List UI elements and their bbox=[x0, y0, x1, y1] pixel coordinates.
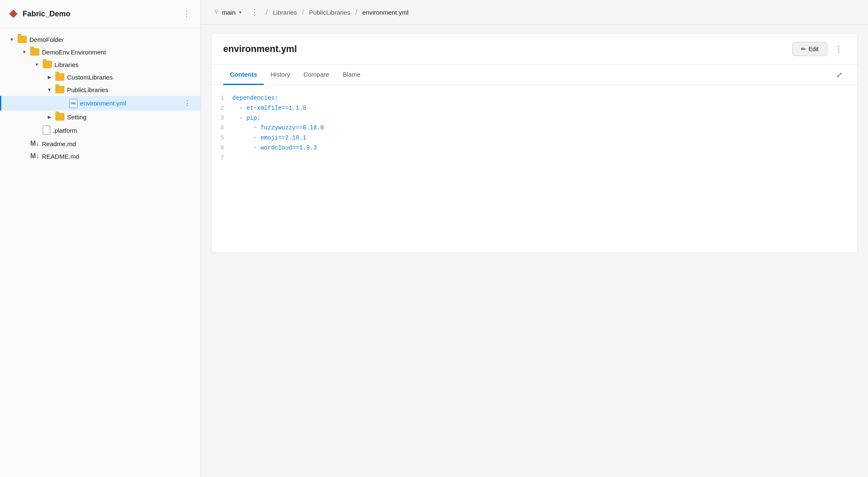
folder-icon bbox=[43, 61, 52, 68]
code-line-1: 1 dependencies: bbox=[211, 93, 858, 103]
code-line-2: 2 - et-xmlfile==1.1.0 bbox=[211, 103, 858, 113]
edit-button[interactable]: ✏ Edit bbox=[792, 42, 827, 56]
line-content: dependencies: bbox=[232, 93, 858, 103]
md-file-icon: M↓ bbox=[30, 152, 39, 160]
tree-item-environment-yml[interactable]: YML environment.yml ⋮ bbox=[0, 96, 201, 111]
code-view: 1 dependencies: 2 - et-xmlfile==1.1.0 3 … bbox=[211, 85, 858, 253]
tab-compare[interactable]: Compare bbox=[297, 65, 336, 85]
code-line-3: 3 - pip: bbox=[211, 113, 858, 124]
folder-icon bbox=[55, 86, 64, 93]
sidebar-title-area: Fabric_Demo bbox=[8, 9, 70, 19]
main-content: ⑂ main ▾ ⋮ / Libraries / PublicLibraries… bbox=[201, 0, 868, 477]
fabric-logo-icon bbox=[8, 9, 18, 19]
line-content: - et-xmlfile==1.1.0 bbox=[232, 103, 858, 113]
tab-blame[interactable]: Blame bbox=[336, 65, 367, 85]
tree-item-publiclibraries[interactable]: PublicLibraries bbox=[0, 83, 201, 96]
tree-item-label: DemoEnv.Environment bbox=[42, 49, 192, 56]
folder-icon bbox=[55, 73, 64, 81]
breadcrumb-publiclibraries[interactable]: PublicLibraries bbox=[309, 9, 350, 16]
code-line-5: 5 - emoji==2.10.1 bbox=[211, 133, 858, 143]
line-content: - wordcloud==1.9.3 bbox=[232, 143, 858, 153]
folder-icon bbox=[18, 36, 27, 43]
tree-item-label: README.md bbox=[42, 153, 192, 160]
chevron-icon bbox=[46, 74, 53, 80]
sidebar: Fabric_Demo ⋮ DemoFolder DemoEnv.Environ… bbox=[0, 0, 201, 477]
chevron-icon bbox=[8, 36, 15, 43]
line-content bbox=[232, 153, 858, 163]
code-line-6: 6 - wordcloud==1.9.3 bbox=[211, 143, 858, 153]
chevron-icon bbox=[46, 86, 53, 93]
tree-item-customlibraries[interactable]: CustomLibraries bbox=[0, 71, 201, 83]
breadcrumb-separator: / bbox=[266, 8, 268, 17]
tree-item-libraries[interactable]: Libraries bbox=[0, 58, 201, 71]
line-number: 3 bbox=[211, 113, 232, 124]
file-title: environment.yml bbox=[223, 44, 297, 54]
tree-item-setting[interactable]: Setting bbox=[0, 111, 201, 123]
branch-icon: ⑂ bbox=[214, 8, 219, 16]
yml-file-icon: YML bbox=[69, 99, 77, 108]
tree-item-more-icon[interactable]: ⋮ bbox=[182, 98, 192, 108]
tree-item-label: PublicLibraries bbox=[67, 86, 192, 93]
chevron-icon bbox=[33, 61, 40, 68]
svg-marker-0 bbox=[9, 10, 18, 18]
tree-item-label: Setting bbox=[67, 113, 192, 121]
breadcrumb-libraries[interactable]: Libraries bbox=[273, 9, 297, 16]
edit-label: Edit bbox=[809, 46, 819, 52]
tree-item-label: CustomLibraries bbox=[67, 74, 192, 81]
topbar: ⑂ main ▾ ⋮ / Libraries / PublicLibraries… bbox=[201, 0, 868, 25]
tree-item-label: Libraries bbox=[54, 61, 192, 68]
code-line-4: 4 - fuzzywuzzy==0.18.0 bbox=[211, 123, 858, 133]
line-number: 2 bbox=[211, 103, 232, 113]
code-line-7: 7 bbox=[211, 153, 858, 163]
line-number: 5 bbox=[211, 133, 232, 143]
folder-icon bbox=[55, 113, 64, 121]
file-tabs: Contents History Compare Blame ⤢ bbox=[211, 65, 858, 85]
tab-contents[interactable]: Contents bbox=[223, 65, 264, 85]
tree-item-platform[interactable]: .platform bbox=[0, 123, 201, 137]
line-number: 1 bbox=[211, 93, 232, 103]
tree-item-label: .platform bbox=[53, 127, 192, 134]
line-number: 7 bbox=[211, 153, 232, 163]
tab-history[interactable]: History bbox=[264, 65, 297, 85]
breadcrumb-separator: / bbox=[355, 8, 357, 17]
line-content: - emoji==2.10.1 bbox=[232, 133, 858, 143]
pencil-icon: ✏ bbox=[801, 46, 806, 52]
tree-item-readme-md[interactable]: M↓ Readme.md bbox=[0, 137, 201, 150]
breadcrumb-current: environment.yml bbox=[362, 9, 408, 16]
chevron-icon bbox=[46, 113, 53, 120]
file-view: environment.yml ✏ Edit ⋮ Contents Histor… bbox=[211, 33, 858, 253]
chevron-down-icon: ▾ bbox=[239, 10, 242, 15]
tree-item-demofolder[interactable]: DemoFolder bbox=[0, 33, 201, 46]
tree-item-label: Readme.md bbox=[42, 140, 192, 147]
md-file-icon: M↓ bbox=[30, 140, 39, 147]
tree-item-label: environment.yml bbox=[80, 100, 180, 107]
sidebar-header: Fabric_Demo ⋮ bbox=[0, 0, 201, 28]
file-header: environment.yml ✏ Edit ⋮ bbox=[211, 34, 858, 65]
line-number: 6 bbox=[211, 143, 232, 153]
tree-item-demoenv[interactable]: DemoEnv.Environment bbox=[0, 46, 201, 58]
branch-name: main bbox=[222, 9, 236, 16]
file-more-icon[interactable]: ⋮ bbox=[832, 43, 846, 55]
branch-selector[interactable]: ⑂ main ▾ bbox=[211, 7, 245, 18]
file-tree: DemoFolder DemoEnv.Environment Libraries… bbox=[0, 28, 201, 477]
sidebar-more-icon[interactable]: ⋮ bbox=[181, 8, 192, 20]
tree-item-readme-md-upper[interactable]: M↓ README.md bbox=[0, 150, 201, 162]
folder-icon bbox=[30, 48, 39, 56]
topbar-more-icon[interactable]: ⋮ bbox=[248, 6, 261, 18]
app-title: Fabric_Demo bbox=[23, 10, 70, 18]
breadcrumb-separator: / bbox=[302, 8, 304, 17]
file-header-actions: ✏ Edit ⋮ bbox=[792, 42, 846, 56]
line-number: 4 bbox=[211, 123, 232, 133]
file-icon bbox=[43, 126, 50, 135]
line-content: - fuzzywuzzy==0.18.0 bbox=[232, 123, 858, 133]
line-content: - pip: bbox=[232, 113, 858, 124]
tree-item-label: DemoFolder bbox=[29, 36, 192, 43]
tabs-list: Contents History Compare Blame bbox=[223, 65, 367, 85]
chevron-icon bbox=[21, 49, 28, 55]
content-area: environment.yml ✏ Edit ⋮ Contents Histor… bbox=[201, 25, 868, 477]
expand-icon[interactable]: ⤢ bbox=[833, 67, 846, 83]
